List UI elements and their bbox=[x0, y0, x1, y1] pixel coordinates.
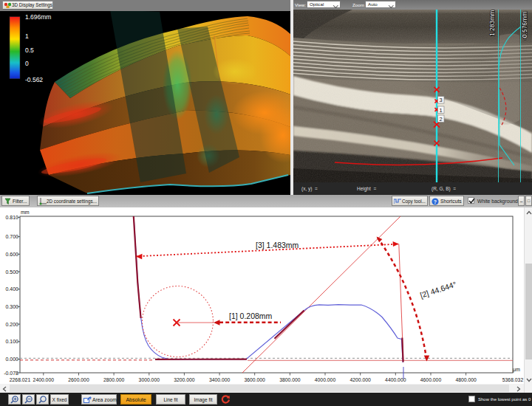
svg-text:0.5: 0.5 bbox=[25, 47, 34, 54]
svg-text:0.000: 0.000 bbox=[5, 357, 18, 362]
svg-text:0: 0 bbox=[25, 60, 29, 67]
svg-text:3000.000: 3000.000 bbox=[139, 377, 160, 382]
svg-text:2400.000: 2400.000 bbox=[33, 377, 55, 382]
svg-text:0.200: 0.200 bbox=[5, 322, 18, 327]
svg-text:-0.562: -0.562 bbox=[25, 76, 43, 83]
svg-text:0.600: 0.600 bbox=[5, 252, 18, 257]
svg-text:3600.000: 3600.000 bbox=[245, 377, 266, 382]
svg-text:0.400: 0.400 bbox=[5, 286, 18, 292]
svg-text:?: ? bbox=[434, 199, 437, 204]
svg-text:4200.000: 4200.000 bbox=[350, 377, 372, 382]
svg-text:2268.021: 2268.021 bbox=[10, 377, 31, 382]
svg-text:2800.000: 2800.000 bbox=[103, 377, 125, 382]
svg-text:0.100: 0.100 bbox=[5, 339, 18, 344]
svg-text:1.696mm: 1.696mm bbox=[25, 13, 51, 21]
svg-text:5368.032: 5368.032 bbox=[502, 377, 524, 382]
svg-text:1: 1 bbox=[440, 107, 443, 114]
svg-text:0.500: 0.500 bbox=[5, 269, 18, 275]
svg-text:4800.000: 4800.000 bbox=[455, 377, 477, 382]
svg-text:3800.000: 3800.000 bbox=[279, 377, 301, 382]
svg-text:0.300: 0.300 bbox=[5, 304, 18, 309]
svg-text:0.810: 0.810 bbox=[5, 215, 18, 220]
svg-text:2600.000: 2600.000 bbox=[68, 377, 89, 382]
svg-text:3: 3 bbox=[440, 97, 443, 103]
svg-text:-0.078: -0.078 bbox=[4, 371, 18, 376]
svg-text:1.283mm: 1.283mm bbox=[488, 10, 496, 36]
svg-text:2: 2 bbox=[440, 116, 443, 123]
svg-text:0.700: 0.700 bbox=[5, 234, 18, 239]
svg-text:3200.000: 3200.000 bbox=[174, 377, 195, 382]
svg-text:4400.000: 4400.000 bbox=[385, 377, 406, 382]
svg-text:μm: μm bbox=[513, 367, 520, 373]
svg-text:[1] 0.208mm: [1] 0.208mm bbox=[229, 312, 273, 320]
svg-text:3400.000: 3400.000 bbox=[209, 377, 231, 382]
svg-text:1: 1 bbox=[25, 32, 29, 40]
svg-text:-0.576mm: -0.576mm bbox=[521, 12, 528, 40]
svg-text:4600.000: 4600.000 bbox=[420, 377, 442, 382]
svg-text:4000.000: 4000.000 bbox=[315, 377, 336, 382]
svg-text:mm: mm bbox=[21, 210, 30, 215]
svg-text:[3] 1.483mm: [3] 1.483mm bbox=[256, 241, 299, 250]
